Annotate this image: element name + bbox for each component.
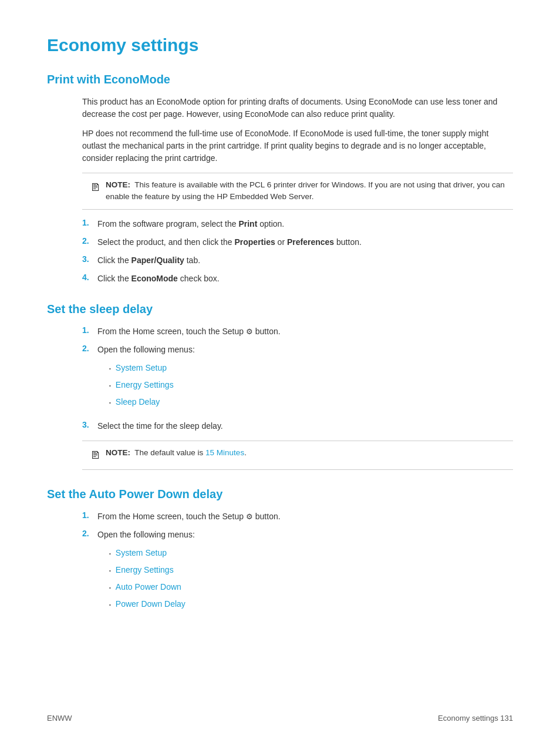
footer-right: Economy settings 131	[438, 714, 513, 723]
apd-menu-link-3[interactable]: Auto Power Down	[116, 581, 181, 593]
footer-left: ENWW	[47, 714, 72, 723]
sleep-menu-item-1: • System Setup	[109, 362, 195, 374]
sleep-step-2-menus: • System Setup • Energy Settings • Sleep…	[109, 362, 195, 408]
economode-body: This product has an EconoMode option for…	[82, 96, 513, 285]
economode-step-2: 2. Select the product, and then click th…	[82, 236, 513, 248]
sleep-menu-link-1[interactable]: System Setup	[116, 362, 167, 374]
apd-menu-item-2: • Energy Settings	[109, 564, 195, 576]
footer: ENWW Economy settings 131	[47, 714, 513, 723]
apd-menu-item-1: • System Setup	[109, 547, 195, 559]
setup-icon-sleep: ⚙︎	[246, 326, 253, 338]
apd-menu-link-2[interactable]: Energy Settings	[116, 564, 174, 576]
page-title: Economy settings	[47, 35, 513, 55]
sleep-delay-body: 1. From the Home screen, touch the Setup…	[82, 325, 513, 470]
economode-para-2: HP does not recommend the full-time use …	[82, 127, 513, 164]
setup-icon-apd: ⚙︎	[246, 511, 253, 523]
page-content: Economy settings Print with EconoMode Th…	[0, 0, 560, 657]
economode-note: 🖹 NOTE: This feature is available with t…	[82, 173, 513, 210]
apd-step-1: 1. From the Home screen, touch the Setup…	[82, 510, 513, 523]
economode-step-4: 4. Click the EconoMode check box.	[82, 273, 513, 285]
auto-power-down-body: 1. From the Home screen, touch the Setup…	[82, 510, 513, 616]
apd-step-2: 2. Open the following menus: • System Se…	[82, 529, 513, 616]
sleep-menu-link-3[interactable]: Sleep Delay	[116, 396, 160, 408]
economode-para-1: This product has an EconoMode option for…	[82, 96, 513, 120]
apd-menu-item-3: • Auto Power Down	[109, 581, 195, 593]
section-heading-sleep-delay: Set the sleep delay	[47, 303, 513, 316]
economode-step-3: 3. Click the Paper/Quality tab.	[82, 254, 513, 267]
note-icon-sleep: 🖹	[90, 448, 101, 463]
sleep-delay-note: 🖹 NOTE: The default value is 15 Minutes.	[82, 441, 513, 470]
sleep-menu-link-2[interactable]: Energy Settings	[116, 379, 174, 391]
sleep-menu-item-3: • Sleep Delay	[109, 396, 195, 408]
note-icon: 🖹	[90, 180, 101, 196]
section-heading-economode: Print with EconoMode	[47, 73, 513, 86]
sleep-delay-note-text: NOTE: The default value is 15 Minutes.	[106, 447, 247, 459]
sleep-step-2: 2. Open the following menus: • System Se…	[82, 344, 513, 414]
section-heading-auto-power-down: Set the Auto Power Down delay	[47, 488, 513, 501]
apd-menu-link-4[interactable]: Power Down Delay	[116, 598, 185, 610]
economode-step-1: 1. From the software program, select the…	[82, 218, 513, 230]
sleep-step-3: 3. Select the time for the sleep delay.	[82, 420, 513, 432]
economode-note-text: NOTE: This feature is available with the…	[106, 179, 505, 203]
apd-step-2-menus: • System Setup • Energy Settings • Auto …	[109, 547, 195, 610]
sleep-menu-item-2: • Energy Settings	[109, 379, 195, 391]
apd-menu-item-4: • Power Down Delay	[109, 598, 195, 610]
sleep-delay-note-link[interactable]: 15 Minutes	[205, 448, 244, 457]
sleep-step-1: 1. From the Home screen, touch the Setup…	[82, 325, 513, 338]
apd-menu-link-1[interactable]: System Setup	[116, 547, 167, 559]
